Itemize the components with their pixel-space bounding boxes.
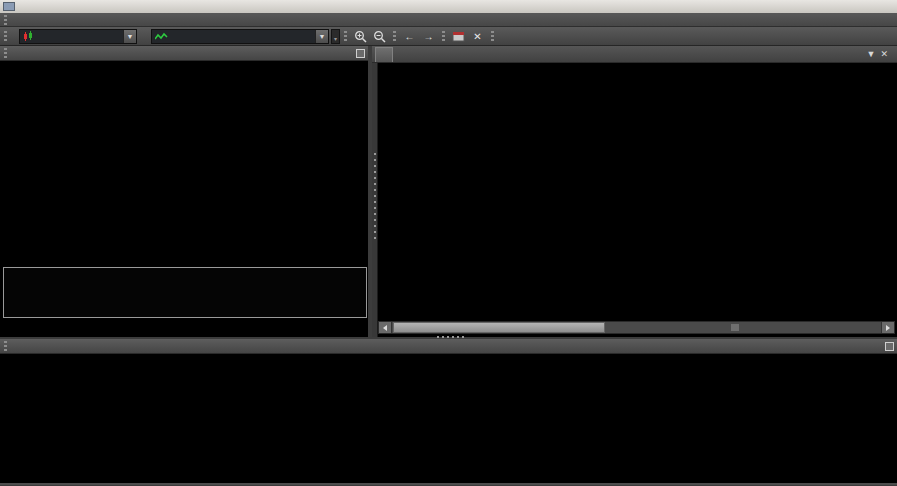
quotes-panel bbox=[0, 46, 370, 337]
positions-panel bbox=[0, 339, 897, 485]
zoom-out-icon bbox=[373, 30, 386, 43]
toolbar-separator bbox=[442, 31, 445, 41]
horizontal-splitter-grip[interactable] bbox=[437, 336, 467, 338]
toolbar-grip-icon bbox=[4, 31, 7, 41]
candlestick-icon bbox=[23, 31, 35, 42]
indicator-dropdown[interactable]: ▼ bbox=[151, 29, 329, 44]
chart-legend bbox=[384, 66, 884, 92]
scrollbar-left-arrow[interactable] bbox=[379, 322, 392, 333]
chevron-down-icon[interactable]: ▼ bbox=[867, 49, 881, 59]
toolbar-separator bbox=[393, 31, 396, 41]
scrollbar-right-arrow[interactable] bbox=[881, 322, 894, 333]
scrollbar-mark bbox=[731, 324, 739, 331]
toolbar-overflow-button[interactable]: ▾ bbox=[331, 29, 340, 44]
panel-grip-icon bbox=[4, 341, 7, 351]
toolbar: ▼ ▼ ▾ ← → ✕ bbox=[0, 27, 897, 46]
chart-panel: ▼✕ bbox=[372, 46, 897, 337]
scroll-left-button[interactable]: ← bbox=[401, 29, 418, 44]
chevron-down-icon[interactable]: ▼ bbox=[315, 30, 328, 43]
scroll-right-button[interactable]: → bbox=[420, 29, 437, 44]
chart-tab-controls[interactable]: ▼✕ bbox=[867, 49, 893, 59]
zoom-in-button[interactable] bbox=[352, 29, 369, 44]
splitter-grip-icon bbox=[374, 153, 376, 243]
wave-line-icon bbox=[155, 32, 168, 41]
toolbar-grip-icon bbox=[344, 31, 347, 41]
maximize-icon[interactable] bbox=[356, 49, 365, 58]
app-icon bbox=[3, 2, 15, 11]
toolbar-separator bbox=[491, 31, 494, 41]
chart-scrollbar[interactable] bbox=[378, 321, 895, 334]
title-bar bbox=[0, 0, 897, 13]
quotes-panel-titlebar bbox=[0, 46, 368, 61]
scrollbar-thumb[interactable] bbox=[393, 322, 605, 333]
new-window-button[interactable] bbox=[450, 29, 467, 44]
log-box bbox=[3, 267, 367, 318]
window-icon bbox=[452, 31, 465, 42]
chart-type-dropdown[interactable]: ▼ bbox=[19, 29, 137, 44]
candlestick-chart[interactable] bbox=[378, 63, 897, 319]
chart-body bbox=[372, 63, 897, 337]
close-chart-button[interactable]: ✕ bbox=[469, 29, 486, 44]
maximize-icon[interactable] bbox=[885, 342, 894, 351]
zoom-out-button[interactable] bbox=[371, 29, 388, 44]
chart-tab[interactable] bbox=[375, 47, 393, 62]
close-icon[interactable]: ✕ bbox=[880, 49, 893, 59]
zoom-in-icon bbox=[354, 30, 367, 43]
menu-bar bbox=[0, 13, 897, 27]
panel-grip-icon bbox=[4, 48, 7, 58]
chart-tabbar: ▼✕ bbox=[372, 46, 897, 63]
menu-grip-icon bbox=[4, 15, 7, 25]
chevron-down-icon[interactable]: ▼ bbox=[123, 30, 136, 43]
positions-panel-titlebar bbox=[0, 339, 897, 354]
